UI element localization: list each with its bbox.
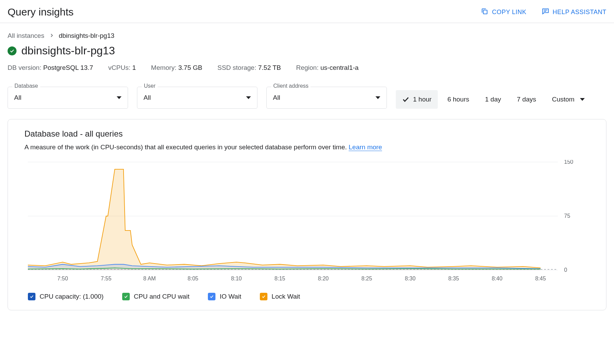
time-range-group: 1 hour 6 hours 1 day 7 days Custom: [396, 90, 591, 109]
svg-text:8:35: 8:35: [448, 276, 459, 281]
database-filter[interactable]: Database All: [8, 87, 128, 109]
meta-storage: SSD storage: 7.52 TB: [218, 64, 281, 72]
card-description: A measure of the work (in CPU-seconds) t…: [24, 143, 594, 151]
svg-text:8:25: 8:25: [361, 276, 372, 281]
svg-text:75: 75: [564, 213, 570, 219]
copy-link-icon: [481, 8, 488, 17]
breadcrumb-current: dbinsights-blr-pg13: [59, 32, 115, 40]
svg-text:8:05: 8:05: [188, 276, 198, 281]
meta-vcpus: vCPUs: 1: [108, 64, 136, 72]
client-address-filter-label: Client address: [271, 83, 310, 89]
chat-icon: [542, 8, 549, 17]
svg-text:150: 150: [564, 160, 573, 165]
user-filter-label: User: [142, 83, 158, 89]
user-filter[interactable]: User All: [137, 87, 257, 109]
legend-cpu-capacity[interactable]: CPU capacity: (1.000): [28, 293, 104, 300]
help-assistant-button[interactable]: HELP ASSISTANT: [542, 8, 606, 17]
svg-text:8:10: 8:10: [231, 276, 242, 281]
filters-row: Database All User All Client address All: [8, 87, 606, 109]
checkbox-icon: [208, 293, 215, 300]
breadcrumb: All instances dbinsights-blr-pg13: [8, 32, 606, 40]
status-ok-icon: [8, 46, 17, 55]
time-range-1-hour[interactable]: 1 hour: [396, 90, 438, 109]
card-title: Database load - all queries: [24, 129, 594, 139]
svg-text:0: 0: [564, 267, 567, 273]
chevron-right-icon: [49, 32, 54, 40]
checkbox-icon: [122, 293, 130, 300]
svg-text:8 AM: 8 AM: [143, 276, 156, 281]
time-range-1-day[interactable]: 1 day: [479, 90, 507, 109]
checkbox-icon: [260, 293, 267, 300]
legend-cpu-and-wait[interactable]: CPU and CPU wait: [122, 293, 190, 300]
svg-text:8:30: 8:30: [405, 276, 415, 281]
time-range-6-hours[interactable]: 6 hours: [441, 90, 475, 109]
database-load-chart: 0751507:507:558 AM8:058:108:158:208:258:…: [24, 160, 594, 284]
database-filter-label: Database: [12, 83, 40, 89]
page-title: Query insights: [8, 6, 74, 18]
instance-meta: DB version: PostgreSQL 13.7 vCPUs: 1 Mem…: [8, 64, 606, 72]
learn-more-link[interactable]: Learn more: [349, 143, 382, 151]
meta-db-version: DB version: PostgreSQL 13.7: [8, 64, 93, 72]
dropdown-icon: [375, 96, 380, 99]
svg-text:8:45: 8:45: [535, 276, 546, 281]
svg-text:8:20: 8:20: [318, 276, 329, 281]
copy-link-button[interactable]: COPY LINK: [481, 8, 526, 17]
copy-link-label: COPY LINK: [492, 9, 526, 16]
svg-text:7:50: 7:50: [57, 276, 68, 281]
legend-io-wait[interactable]: IO Wait: [208, 293, 241, 300]
database-filter-value: All: [14, 94, 21, 101]
client-address-filter-value: All: [273, 94, 280, 101]
chart-legend: CPU capacity: (1.000) CPU and CPU wait I…: [24, 293, 594, 300]
time-range-7-days[interactable]: 7 days: [511, 90, 542, 109]
checkbox-icon: [28, 293, 35, 300]
svg-text:7:55: 7:55: [101, 276, 112, 281]
dropdown-icon: [246, 96, 251, 99]
time-range-custom[interactable]: Custom: [546, 90, 591, 109]
svg-text:8:40: 8:40: [492, 276, 502, 281]
svg-text:8:15: 8:15: [275, 276, 285, 281]
meta-memory: Memory: 3.75 GB: [151, 64, 202, 72]
instance-name: dbinsights-blr-pg13: [21, 44, 115, 57]
client-address-filter[interactable]: Client address All: [266, 87, 387, 109]
legend-lock-wait[interactable]: Lock Wait: [260, 293, 300, 300]
dropdown-icon: [117, 96, 121, 99]
breadcrumb-root[interactable]: All instances: [8, 32, 44, 40]
instance-header: dbinsights-blr-pg13: [8, 44, 606, 57]
database-load-card: Database load - all queries A measure of…: [8, 119, 606, 310]
svg-rect-0: [484, 10, 487, 14]
top-actions: COPY LINK HELP ASSISTANT: [481, 8, 606, 17]
dropdown-icon: [580, 98, 585, 101]
topbar: Query insights COPY LINK HELP ASSISTANT: [0, 0, 614, 23]
help-assistant-label: HELP ASSISTANT: [553, 9, 606, 16]
user-filter-value: All: [144, 94, 151, 101]
checkmark-icon: [402, 96, 410, 103]
meta-region: Region: us-central1-a: [296, 64, 359, 72]
